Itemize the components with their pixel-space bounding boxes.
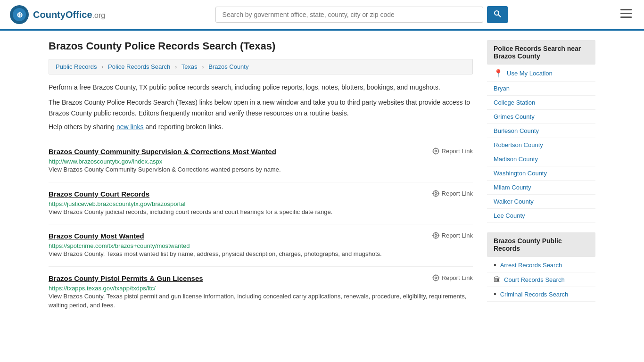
search-button[interactable]: [487, 6, 508, 23]
nearby-section: Police Records Search near Brazos County…: [487, 40, 595, 223]
svg-point-3: [495, 11, 499, 15]
svg-point-21: [435, 235, 437, 237]
public-record-link[interactable]: Criminal Records Search: [500, 291, 569, 298]
crosshair-icon: [432, 148, 439, 155]
breadcrumb-brazos-county[interactable]: Brazos County: [208, 63, 248, 70]
menu-button[interactable]: [618, 6, 635, 24]
svg-rect-5: [620, 9, 632, 10]
hamburger-icon: [620, 9, 632, 18]
result-desc: View Brazos County, Texas pistol permit …: [49, 292, 473, 310]
search-icon: [494, 10, 501, 17]
nearby-link[interactable]: Milam County: [494, 184, 531, 191]
description-2: The Brazos County Police Records Search …: [49, 97, 473, 118]
public-record-link[interactable]: Court Records Search: [504, 276, 565, 283]
nearby-link-item: Robertson County: [487, 138, 595, 152]
nearby-link[interactable]: Bryan: [494, 85, 510, 92]
logo-text: CountyOffice.org: [33, 9, 105, 20]
svg-point-9: [435, 150, 437, 152]
page-title: Brazos County Police Records Search (Tex…: [49, 40, 473, 52]
crosshair-icon: [432, 190, 439, 197]
square-icon: ▪: [494, 290, 496, 298]
crosshair-icon: [432, 232, 439, 239]
result-title[interactable]: Brazos County Pistol Permits & Gun Licen…: [49, 274, 203, 282]
nearby-link[interactable]: Washington County: [494, 170, 547, 177]
nearby-link[interactable]: Burleson County: [494, 127, 539, 134]
nearby-link-item: Walker County: [487, 195, 595, 209]
crosshair-icon: [432, 274, 439, 281]
report-label: Report Link: [442, 148, 473, 155]
description-1: Perform a free Brazos County, TX public …: [49, 82, 473, 92]
nearby-link[interactable]: Robertson County: [494, 141, 543, 148]
result-item: Brazos County Pistol Permits & Gun Licen…: [49, 267, 473, 318]
report-link[interactable]: Report Link: [432, 190, 473, 197]
public-record-item: ▪Criminal Records Search: [487, 287, 595, 302]
nearby-link-item: College Station: [487, 96, 595, 110]
square-icon: ▪: [494, 261, 496, 269]
result-header: Brazos County Court Records Report Link: [49, 190, 473, 198]
result-title[interactable]: Brazos County Court Records: [49, 190, 149, 198]
result-title[interactable]: Brazos County Most Wanted: [49, 232, 144, 240]
building-icon: 🏛: [494, 276, 500, 283]
new-links-link[interactable]: new links: [116, 123, 144, 131]
report-link[interactable]: Report Link: [432, 232, 473, 239]
report-label: Report Link: [442, 232, 473, 239]
content-area: Brazos County Police Records Search (Tex…: [49, 40, 473, 318]
public-records-section: Brazos County Public Records ▪Arrest Rec…: [487, 232, 595, 302]
location-icon: 📍: [494, 69, 503, 78]
nearby-link[interactable]: College Station: [494, 99, 535, 106]
public-record-link[interactable]: Arrest Records Search: [500, 262, 562, 269]
nearby-link-item: Bryan: [487, 82, 595, 96]
result-url[interactable]: https://spotcrime.com/tx/brazos+county/m…: [49, 242, 190, 249]
result-desc: View Brazos County Community Supervision…: [49, 165, 473, 174]
breadcrumb-texas[interactable]: Texas: [182, 63, 198, 70]
result-header: Brazos County Pistol Permits & Gun Licen…: [49, 274, 473, 282]
result-title[interactable]: Brazos County Community Supervision & Co…: [49, 148, 276, 156]
search-input[interactable]: [215, 7, 483, 23]
nearby-link-item: Burleson County: [487, 124, 595, 138]
result-url[interactable]: https://justiceweb.brazoscountytx.gov/br…: [49, 200, 185, 207]
breadcrumb-public-records[interactable]: Public Records: [56, 63, 97, 70]
use-my-location-item[interactable]: 📍 Use My Location: [487, 66, 595, 82]
public-record-item: ▪Arrest Records Search: [487, 258, 595, 272]
nearby-link[interactable]: Lee County: [494, 212, 525, 219]
result-header: Brazos County Most Wanted Report Link: [49, 232, 473, 240]
report-label: Report Link: [442, 274, 473, 281]
use-my-location-link[interactable]: Use My Location: [507, 70, 553, 77]
result-header: Brazos County Community Supervision & Co…: [49, 148, 473, 156]
result-url[interactable]: https://txapps.texas.gov/txapp/txdps/ltc…: [49, 285, 156, 292]
nearby-link[interactable]: Walker County: [494, 198, 534, 205]
result-desc: View Brazos County, Texas most wanted li…: [49, 249, 473, 259]
report-link[interactable]: Report Link: [432, 274, 473, 281]
public-records-title: Brazos County Public Records: [487, 232, 595, 257]
logo-area: ⊕ CountyOffice.org: [9, 5, 105, 25]
header-right: [618, 6, 635, 24]
breadcrumb-sep-3: ›: [202, 63, 204, 70]
result-item: Brazos County Community Supervision & Co…: [49, 140, 473, 182]
svg-point-27: [435, 277, 437, 279]
nearby-link[interactable]: Grimes County: [494, 113, 535, 120]
public-record-item: 🏛Court Records Search: [487, 272, 595, 287]
svg-point-15: [435, 192, 437, 194]
main-container: Brazos County Police Records Search (Tex…: [39, 31, 605, 327]
result-item: Brazos County Most Wanted Report Link ht…: [49, 224, 473, 267]
result-desc: View Brazos County judicial records, inc…: [49, 207, 473, 217]
report-link[interactable]: Report Link: [432, 148, 473, 155]
breadcrumb-sep-1: ›: [101, 63, 103, 70]
nearby-link-item: Lee County: [487, 209, 595, 223]
svg-text:⊕: ⊕: [17, 11, 23, 19]
breadcrumb-police-records[interactable]: Police Records Search: [108, 63, 170, 70]
nearby-link-item: Grimes County: [487, 110, 595, 124]
breadcrumb: Public Records › Police Records Search ›…: [49, 59, 473, 74]
nearby-link-item: Washington County: [487, 166, 595, 181]
results-list: Brazos County Community Supervision & Co…: [49, 140, 473, 318]
svg-line-4: [498, 15, 501, 17]
result-item: Brazos County Court Records Report Link …: [49, 182, 473, 225]
logo-icon: ⊕: [9, 5, 29, 25]
result-url[interactable]: http://www.brazoscountytx.gov/index.aspx: [49, 158, 162, 165]
nearby-title: Police Records Search near Brazos County: [487, 40, 595, 65]
breadcrumb-sep-2: ›: [175, 63, 177, 70]
nearby-link[interactable]: Madison County: [494, 156, 538, 163]
help-text: Help others by sharing new links and rep…: [49, 123, 473, 131]
header: ⊕ CountyOffice.org: [0, 0, 644, 31]
report-label: Report Link: [442, 190, 473, 197]
